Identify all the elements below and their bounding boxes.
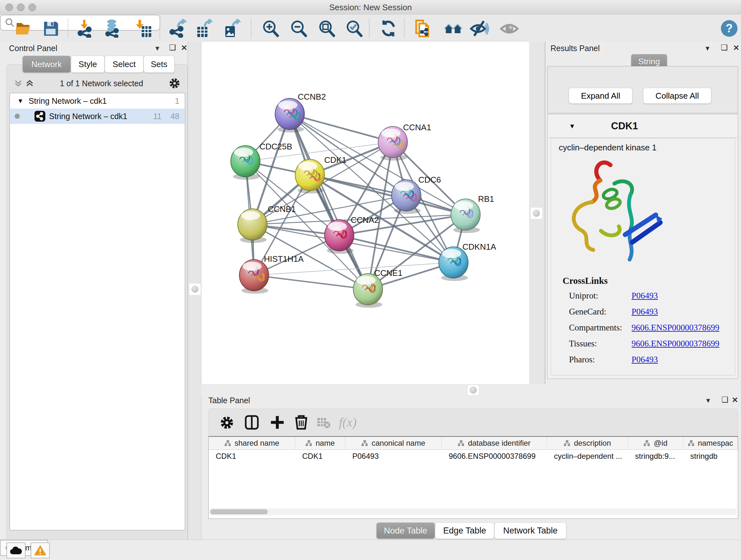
gear-icon[interactable]	[169, 78, 180, 89]
tab-network[interactable]: Network	[22, 56, 71, 73]
network-results-splitter[interactable]	[529, 42, 545, 396]
import-network-icon[interactable]	[76, 19, 94, 38]
crosslink-value-link[interactable]: P06493	[631, 307, 658, 323]
import-table-icon[interactable]	[133, 19, 152, 38]
delete-column-icon[interactable]	[294, 414, 308, 430]
node-CDKN1A[interactable]: CDKN1A	[439, 242, 496, 281]
table-tabs: Node TableEdge TableNetwork Table	[201, 522, 741, 539]
column-header-namespac[interactable]: namespac	[683, 437, 738, 449]
node-label-CCNE1: CCNE1	[374, 268, 402, 278]
tab-select[interactable]: Select	[105, 56, 144, 73]
tab-style[interactable]: Style	[71, 56, 105, 73]
control-network-splitter[interactable]	[188, 42, 201, 540]
column-header-database-identifier[interactable]: database identifier	[442, 437, 547, 449]
table-panel: Table Panel ▾ ❑ ✕ f(x) shared namenameca…	[201, 396, 741, 540]
node-RB1[interactable]: RB1	[451, 194, 494, 233]
tab-node-table[interactable]: Node Table	[376, 522, 435, 539]
splitter-handle[interactable]	[530, 207, 542, 219]
tab-edge-table[interactable]: Edge Table	[435, 522, 494, 539]
table-cell[interactable]: CDK1	[209, 450, 295, 462]
column-header-label: name	[316, 439, 335, 448]
crosslink-row: Compartments:9606.ENSP00000378699	[569, 323, 729, 339]
export-network-icon[interactable]	[169, 19, 187, 38]
export-table-icon[interactable]	[195, 19, 214, 38]
save-icon[interactable]	[42, 19, 60, 38]
refresh-icon[interactable]	[379, 19, 398, 38]
open-folder-icon[interactable]	[15, 19, 33, 38]
expand-all-chevron-icon[interactable]	[25, 79, 34, 88]
results-panel: Results Panel ▾ ❑ ✕ String Expand All Co…	[545, 42, 741, 396]
collapse-all-chevron-icon[interactable]	[14, 79, 22, 88]
hide-selected-icon[interactable]	[470, 19, 488, 38]
edge-CCNA2-CDKN1A[interactable]	[339, 235, 454, 262]
edge-HIST1H1A-CCNE1[interactable]	[254, 275, 368, 289]
results-panel-close-icon[interactable]: ✕	[733, 44, 739, 52]
node-label-CCNB1: CCNB1	[268, 204, 296, 214]
collapse-triangle-icon[interactable]: ▼	[17, 98, 23, 105]
tab-sets[interactable]: Sets	[144, 56, 175, 73]
splitter-handle[interactable]	[189, 283, 201, 295]
gene-card-header[interactable]: ▼ CDK1	[548, 115, 738, 138]
control-panel-close-icon[interactable]: ✕	[181, 44, 187, 52]
collapse-triangle-icon[interactable]: ▼	[569, 123, 576, 130]
collapse-all-button[interactable]: Collapse All	[643, 88, 711, 104]
column-header--id[interactable]: @id	[628, 437, 683, 449]
column-header-shared-name[interactable]: shared name	[209, 437, 295, 449]
show-columns-icon[interactable]	[245, 415, 259, 430]
table-cell[interactable]: P06493	[345, 450, 442, 462]
table-panel-maximize-icon[interactable]: ❑	[722, 395, 729, 404]
expand-all-button[interactable]: Expand All	[569, 88, 632, 104]
results-panel-maximize-icon[interactable]: ❑	[721, 43, 728, 52]
column-header-canonical-name[interactable]: canonical name	[345, 437, 442, 449]
table-row[interactable]: CDK1CDK1P064939606.ENSP00000378699cyclin…	[209, 450, 738, 462]
scrollbar-thumb[interactable]	[210, 509, 268, 514]
control-panel-float-icon[interactable]: ▾	[155, 44, 159, 53]
table-cell[interactable]: 9606.ENSP00000378699	[442, 450, 547, 462]
help-icon[interactable]: ?	[720, 19, 738, 38]
cloud-button[interactable]	[6, 543, 25, 558]
table-splitter[interactable]	[201, 384, 741, 396]
column-header-description[interactable]: description	[547, 437, 628, 449]
zoom-in-icon[interactable]	[261, 19, 280, 38]
table-cell[interactable]: CDK1	[295, 450, 345, 462]
results-panel-float-icon[interactable]: ▾	[705, 44, 710, 53]
table-panel-float-icon[interactable]: ▾	[706, 396, 710, 405]
node-CCNB1[interactable]: CCNB1	[238, 204, 296, 243]
table-panel-close-icon[interactable]: ✕	[732, 395, 738, 405]
crosslink-value-link[interactable]: P06493	[631, 355, 658, 371]
network-canvas[interactable]: CCNB2CCNA1CDC25BCDK1CDC6RB1CCNB1CCNA2CDK…	[201, 42, 529, 366]
control-panel-maximize-icon[interactable]: ❑	[169, 43, 176, 52]
column-header-name[interactable]: name	[295, 437, 345, 449]
horizontal-scrollbar[interactable]	[209, 508, 737, 515]
node-CCNA2[interactable]: CCNA2	[325, 215, 379, 254]
table-cell[interactable]: stringdb	[683, 450, 738, 462]
zoom-selected-icon[interactable]	[345, 19, 363, 38]
zoom-out-icon[interactable]	[289, 19, 308, 38]
table-gear-icon[interactable]	[220, 416, 233, 429]
node-label-RB1: RB1	[478, 194, 494, 204]
node-CCNB2[interactable]: CCNB2	[275, 92, 326, 132]
network-row-selected[interactable]: String Network – cdk1 11 48	[10, 109, 185, 124]
node-label-CCNA2: CCNA2	[351, 215, 379, 225]
splitter-handle[interactable]	[467, 385, 479, 395]
warning-button[interactable]	[30, 543, 50, 558]
copy-network-icon[interactable]	[414, 19, 432, 38]
network-collection-row[interactable]: ▼ String Network – cdk1 1	[10, 93, 185, 109]
zoom-fit-icon[interactable]	[317, 19, 336, 38]
show-all-icon[interactable]	[500, 19, 518, 38]
node-CDC6[interactable]: CDC6	[392, 175, 441, 214]
export-image-icon[interactable]	[223, 19, 241, 38]
import-database-icon[interactable]	[103, 19, 121, 38]
crosslink-value-link[interactable]: 9606.ENSP00000378699	[631, 323, 719, 339]
add-column-icon[interactable]	[270, 415, 285, 430]
results-panel-title: Results Panel	[550, 44, 600, 53]
first-neighbors-icon[interactable]	[444, 19, 462, 38]
crosslink-value-link[interactable]: 9606.ENSP00000378699	[631, 339, 719, 355]
crosslink-value-link[interactable]: P06493	[631, 291, 658, 307]
table-cell[interactable]: cyclin–dependent ...	[547, 450, 628, 462]
collection-count: 1	[175, 97, 179, 106]
edge-CDK1-RB1[interactable]	[310, 175, 466, 214]
table-cell[interactable]: stringdb:9...	[628, 450, 683, 462]
tab-network-table[interactable]: Network Table	[494, 522, 566, 539]
column-header-label: @id	[654, 439, 667, 448]
